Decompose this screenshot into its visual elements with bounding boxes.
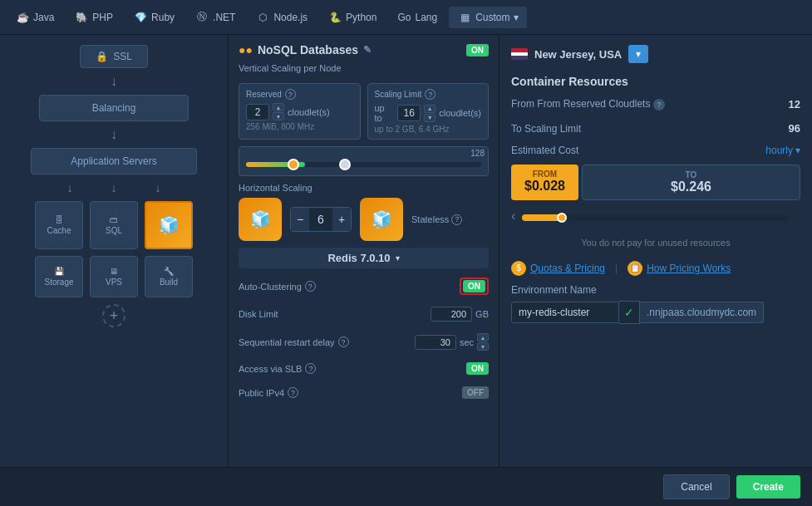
nosql-toggle[interactable]: ON bbox=[466, 44, 489, 56]
access-slb-toggle[interactable]: ON bbox=[466, 362, 489, 375]
nav-item-nodejs[interactable]: ⬡ Node.js bbox=[247, 7, 316, 28]
quotas-pricing-link[interactable]: $ Quotas & Pricing bbox=[511, 261, 605, 276]
access-slb-info-icon[interactable]: ? bbox=[305, 363, 316, 374]
quotas-icon: $ bbox=[511, 261, 526, 276]
ssl-button[interactable]: 🔒 SSL bbox=[80, 45, 148, 68]
go-icon: Go bbox=[396, 10, 411, 25]
access-slb-row: Access via SLB ? ON bbox=[239, 360, 489, 377]
arrow-right-icon: ↓ bbox=[155, 181, 161, 194]
top-navigation: ☕ Java 🐘 PHP 💎 Ruby Ⓝ .NET ⬡ Node.js 🐍 P… bbox=[0, 0, 812, 35]
env-name-label: Environment Name bbox=[511, 284, 800, 296]
region-flag-icon bbox=[511, 48, 528, 60]
seq-down-btn[interactable]: ▼ bbox=[477, 342, 489, 351]
build-button[interactable]: 🔧 Build bbox=[145, 256, 193, 297]
horiz-scaling-label: Horizontal Scaling bbox=[239, 183, 489, 193]
arrow-left-icon: ↓ bbox=[67, 181, 73, 194]
nav-item-dotnet[interactable]: Ⓝ .NET bbox=[186, 7, 244, 28]
seq-restart-info-icon[interactable]: ? bbox=[338, 337, 349, 347]
cache-icon: 🗄 bbox=[55, 215, 63, 224]
to-scaling-label: To Scaling Limit bbox=[511, 123, 581, 135]
price-slider-thumb[interactable] bbox=[557, 213, 567, 223]
reserved-value-row: 2 ▲ ▼ cloudlet(s) bbox=[246, 103, 353, 120]
nav-item-ruby[interactable]: 💎 Ruby bbox=[125, 7, 183, 28]
slider-limit-thumb[interactable] bbox=[339, 159, 351, 170]
left-panel: 🔒 SSL ↓ Balancing ↓ Application Servers … bbox=[0, 35, 229, 506]
seq-up-btn[interactable]: ▲ bbox=[477, 333, 489, 341]
seq-restart-value-row: sec ▲ ▼ bbox=[415, 333, 489, 351]
disk-limit-row: Disk Limit GB bbox=[239, 304, 489, 324]
public-ipv4-toggle[interactable]: OFF bbox=[462, 386, 489, 399]
java-icon: ☕ bbox=[15, 10, 30, 25]
vertical-scaling-label: Vertical Scaling per Node bbox=[239, 63, 489, 73]
to-price-label: TO bbox=[596, 170, 786, 179]
app-servers-button[interactable]: Application Servers bbox=[31, 148, 197, 174]
reserved-value: 2 bbox=[246, 104, 269, 120]
custom-icon: ▦ bbox=[457, 10, 472, 25]
env-check-icon: ✓ bbox=[619, 301, 640, 324]
seq-restart-input[interactable] bbox=[415, 335, 456, 350]
reserved-label: Reserved ? bbox=[246, 89, 353, 100]
arrow-center-icon: ↓ bbox=[111, 181, 117, 194]
nosql-active-button[interactable]: 🧊 bbox=[145, 201, 193, 249]
hourly-chevron-icon: ▾ bbox=[795, 145, 800, 156]
balancing-button[interactable]: Balancing bbox=[39, 95, 189, 121]
cloudlet-slider[interactable] bbox=[246, 162, 481, 167]
add-node-button[interactable]: + bbox=[102, 304, 125, 327]
reserved-down-btn[interactable]: ▼ bbox=[273, 112, 284, 120]
nav-item-java[interactable]: ☕ Java bbox=[7, 7, 62, 28]
scaling-limit-up-btn[interactable]: ▲ bbox=[424, 105, 436, 113]
disk-limit-input[interactable] bbox=[431, 307, 472, 322]
seq-restart-stepper[interactable]: ▲ ▼ bbox=[477, 333, 489, 351]
create-button[interactable]: Create bbox=[736, 475, 800, 499]
edit-icon[interactable]: ✎ bbox=[363, 44, 372, 56]
env-name-input[interactable] bbox=[511, 302, 619, 323]
nav-item-python[interactable]: 🐍 Python bbox=[319, 7, 385, 28]
scaling-limit-sub: up to 2 GB, 6.4 GHz bbox=[375, 125, 482, 134]
price-slider[interactable] bbox=[522, 214, 788, 221]
reserved-up-btn[interactable]: ▲ bbox=[273, 103, 284, 111]
redis-title-row: Redis 7.0.10 ▾ bbox=[239, 248, 489, 268]
auto-clustering-toggle-wrapper: ON bbox=[460, 278, 489, 295]
storage-icon: 💾 bbox=[54, 267, 64, 276]
reserved-info-icon[interactable]: ? bbox=[285, 89, 296, 100]
storage-button[interactable]: 💾 Storage bbox=[35, 256, 83, 297]
up-to-label: up to bbox=[375, 103, 395, 123]
node-count-minus-btn[interactable]: − bbox=[291, 208, 309, 231]
nosql-icon: 🧊 bbox=[159, 215, 180, 235]
nav-item-php[interactable]: 🐘 PHP bbox=[66, 7, 121, 28]
scaling-limit-info-icon[interactable]: ? bbox=[425, 89, 436, 100]
seq-restart-row: Sequential restart delay ? sec ▲ ▼ bbox=[239, 331, 489, 353]
python-icon: 🐍 bbox=[327, 10, 342, 25]
scaling-limit-down-btn[interactable]: ▼ bbox=[424, 114, 436, 122]
to-scaling-value: 96 bbox=[789, 122, 800, 135]
how-pricing-works-link[interactable]: 📋 How Pricing Works bbox=[627, 261, 731, 276]
reserved-stepper[interactable]: ▲ ▼ bbox=[273, 103, 284, 120]
nosql-db-icon: ●● bbox=[239, 43, 253, 56]
hourly-dropdown[interactable]: hourly ▾ bbox=[765, 145, 800, 156]
vps-button[interactable]: 🖥 VPS bbox=[90, 256, 138, 297]
cache-button[interactable]: 🗄 Cache bbox=[35, 201, 83, 249]
reserved-unit: cloudlet(s) bbox=[288, 107, 330, 117]
price-slider-left-icon[interactable]: ‹ bbox=[511, 209, 515, 224]
slider-reserved-thumb[interactable] bbox=[288, 159, 299, 170]
slider-max-value: 128 bbox=[470, 149, 485, 158]
horizontal-scaling-section: Horizontal Scaling 🧊 − 6 + 🧊 Stateless ? bbox=[239, 183, 489, 241]
cancel-button[interactable]: Cancel bbox=[663, 474, 729, 499]
from-price-value: $0.028 bbox=[524, 179, 565, 194]
public-ipv4-info-icon[interactable]: ? bbox=[288, 387, 298, 398]
auto-clustering-info-icon[interactable]: ? bbox=[305, 281, 316, 292]
nav-item-custom[interactable]: ▦ Custom ▾ bbox=[449, 7, 526, 28]
redis-version-dropdown-icon[interactable]: ▾ bbox=[396, 253, 400, 263]
node-count-plus-btn[interactable]: + bbox=[332, 208, 351, 231]
to-price-box: TO $0.246 bbox=[582, 165, 800, 200]
disk-limit-unit: GB bbox=[475, 309, 489, 319]
from-reserved-help-icon[interactable]: ? bbox=[653, 99, 665, 111]
node-count-control[interactable]: − 6 + bbox=[290, 207, 352, 232]
stateless-info-icon[interactable]: ? bbox=[451, 214, 462, 225]
sql-button[interactable]: 🗃 SQL bbox=[90, 201, 138, 249]
nav-item-golang[interactable]: Go Lang bbox=[388, 7, 445, 28]
region-dropdown-button[interactable]: ▾ bbox=[628, 45, 648, 63]
cache-sql-nosql-row: 🗄 Cache 🗃 SQL 🧊 bbox=[35, 201, 193, 249]
auto-clustering-toggle[interactable]: ON bbox=[463, 280, 485, 292]
scaling-limit-stepper[interactable]: ▲ ▼ bbox=[424, 105, 436, 122]
